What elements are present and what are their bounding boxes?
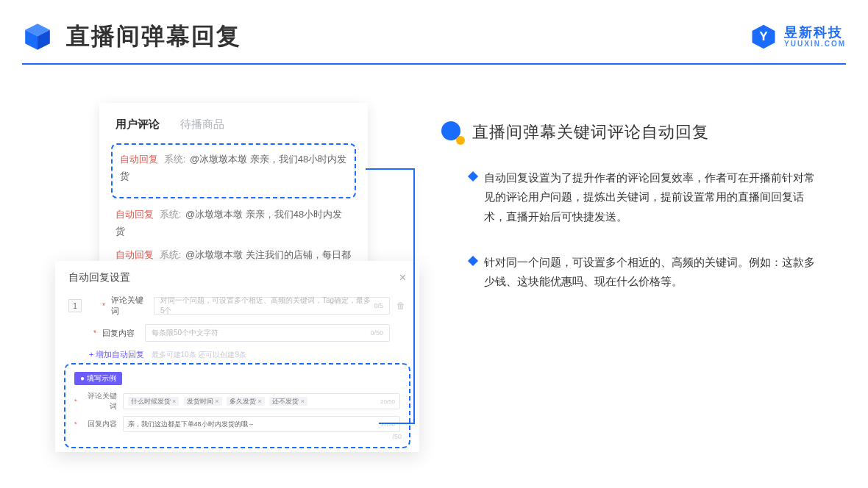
ex-keyword-label: 评论关键词 (83, 391, 117, 412)
required-dot: * (102, 302, 105, 310)
ex-keyword-input[interactable]: 什么时候发货 发货时间 多久发货 还不发货 20/50 (123, 393, 400, 409)
required-dot: * (93, 329, 96, 337)
stray-count: /50 (392, 433, 402, 440)
diamond-bullet-icon (468, 171, 478, 182)
svg-text:Y: Y (759, 29, 768, 43)
ex-tag[interactable]: 发货时间 (184, 397, 222, 406)
settings-card: 自动回复设置 × 1 * 评论关键词 对同一个问题，可设置多个相近、高频的关键词… (55, 261, 419, 452)
bullet-text: 针对同一个问题，可设置多个相近的、高频的关键词。例如：这款多少钱、这块能优惠吗、… (484, 253, 822, 292)
ex-content-label: 回复内容 (83, 419, 117, 429)
example-box: ● 填写示例 * 评论关键词 什么时候发货 发货时间 多久发货 还不发货 20/… (64, 363, 410, 448)
section-title: 直播间弹幕关键词评论自动回复 (472, 121, 709, 143)
brand-hex-icon: Y (750, 24, 777, 50)
bullet-text: 自动回复设置为了提升作者的评论回复效率，作者可在开播前针对常见的评论用户问题，提… (484, 168, 822, 226)
diamond-bullet-icon (468, 256, 478, 266)
rule-index: 1 (68, 299, 82, 312)
cube-icon (22, 21, 53, 52)
header-divider (22, 63, 846, 65)
content-input[interactable]: 每条限50个中文字符 0/50 (145, 324, 390, 342)
close-icon[interactable]: × (399, 271, 406, 284)
highlighted-comment-box: 自动回复 系统: @冰墩墩本墩 亲亲，我们48小时内发货 (111, 143, 356, 198)
content-label: 回复内容 (102, 328, 139, 339)
settings-title: 自动回复设置 (68, 271, 130, 284)
tab-pending-goods[interactable]: 待播商品 (180, 118, 224, 132)
add-auto-reply-link[interactable]: + 增加自动回复 最多可建10条 还可以创建9条 (89, 349, 406, 360)
page-title: 直播间弹幕回复 (66, 21, 241, 53)
brand-logo-area: Y 昱新科技 YUUXIN.COM (750, 24, 846, 50)
trash-icon[interactable]: 🗑 (396, 301, 406, 311)
keyword-label: 评论关键词 (111, 295, 148, 317)
bubble-icon (441, 121, 463, 143)
ex-tag[interactable]: 还不发货 (269, 397, 307, 406)
comments-card: 用户评论 待播商品 自动回复 系统: @冰墩墩本墩 亲亲，我们48小时内发货 自… (99, 103, 368, 272)
keyword-input[interactable]: 对同一个问题，可设置多个相近、高频的关键词，Tag确定，最多5个 0/5 (154, 297, 390, 315)
ex-tag[interactable]: 什么时候发货 (128, 397, 179, 406)
auto-reply-line-highlight: 自动回复 系统: @冰墩墩本墩 亲亲，我们48小时内发货 (120, 151, 347, 185)
ex-content-input[interactable]: 亲，我们这边都是下单48小时内发货的哦～ 37/50 (123, 416, 400, 432)
add-hint: 最多可建10条 还可以创建9条 (152, 351, 246, 359)
auto-reply-line: 自动回复 系统: @冰墩墩本墩 亲亲，我们48小时内发货 (115, 206, 352, 240)
example-pill: ● 填写示例 (74, 372, 122, 385)
ex-tag[interactable]: 多久发货 (227, 397, 265, 406)
tab-user-comments[interactable]: 用户评论 (115, 118, 160, 132)
brand-name-en: YUUXIN.COM (784, 40, 846, 48)
brand-name-cn: 昱新科技 (784, 26, 846, 39)
